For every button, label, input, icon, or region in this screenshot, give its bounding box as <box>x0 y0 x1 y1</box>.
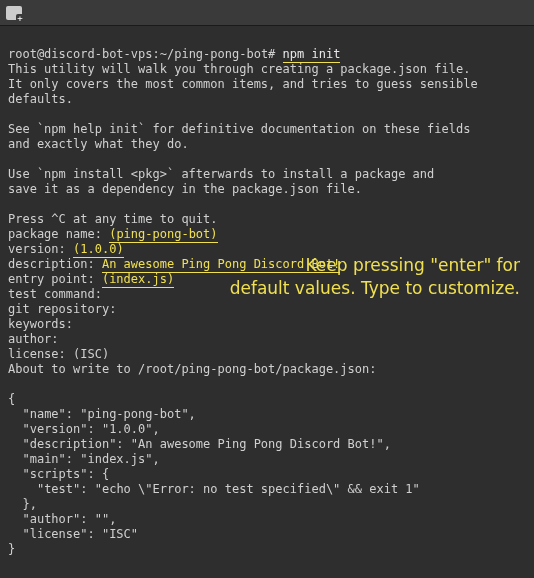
prompt-userhost: root@discord-bot-vps <box>8 47 153 61</box>
output-line: This utility will walk you through creat… <box>8 62 470 76</box>
annotation-text: Keep pressing "enter" for default values… <box>200 254 520 300</box>
json-line: "license": "ISC" <box>8 527 138 541</box>
field-git-repository: git repository: <box>8 302 116 316</box>
field-author: author: <box>8 332 59 346</box>
output-line: It only covers the most common items, an… <box>8 77 485 106</box>
value-entry-point: (index.js) <box>102 272 174 288</box>
output-line: and exactly what they do. <box>8 137 189 151</box>
json-line: { <box>8 392 15 406</box>
output-line: save it as a dependency in the package.j… <box>8 182 362 196</box>
prompt-path: ~/ping-pong-bot <box>160 47 268 61</box>
command-npm-init: npm init <box>283 47 341 63</box>
field-keywords: keywords: <box>8 317 73 331</box>
output-line: See `npm help init` for definitive docum… <box>8 122 470 136</box>
field-entry-point: entry point: (index.js) <box>8 272 174 288</box>
json-line: }, <box>8 497 37 511</box>
json-line: "name": "ping-pong-bot", <box>8 407 196 421</box>
json-line: "scripts": { <box>8 467 109 481</box>
json-line: "test": "echo \"Error: no test specified… <box>8 482 420 496</box>
value-package-name: (ping-pong-bot) <box>109 227 217 243</box>
window-titlebar <box>0 0 534 26</box>
field-version: version: (1.0.0) <box>8 242 124 258</box>
json-line: } <box>8 542 15 556</box>
value-version: (1.0.0) <box>73 242 124 258</box>
about-to-write: About to write to /root/ping-pong-bot/pa… <box>8 362 376 376</box>
output-line: Press ^C at any time to quit. <box>8 212 218 226</box>
field-test-command: test command: <box>8 287 102 301</box>
output-line: Use `npm install <pkg>` afterwards to in… <box>8 167 434 181</box>
terminal-output[interactable]: root@discord-bot-vps:~/ping-pong-bot# np… <box>0 26 534 578</box>
json-line: "main": "index.js", <box>8 452 160 466</box>
new-tab-icon[interactable] <box>6 6 22 20</box>
field-package-name: package name: (ping-pong-bot) <box>8 227 218 243</box>
json-line: "description": "An awesome Ping Pong Dis… <box>8 437 391 451</box>
prompt-line: root@discord-bot-vps:~/ping-pong-bot# np… <box>8 47 340 63</box>
field-license: license: (ISC) <box>8 347 109 361</box>
json-line: "author": "", <box>8 512 116 526</box>
json-line: "version": "1.0.0", <box>8 422 160 436</box>
